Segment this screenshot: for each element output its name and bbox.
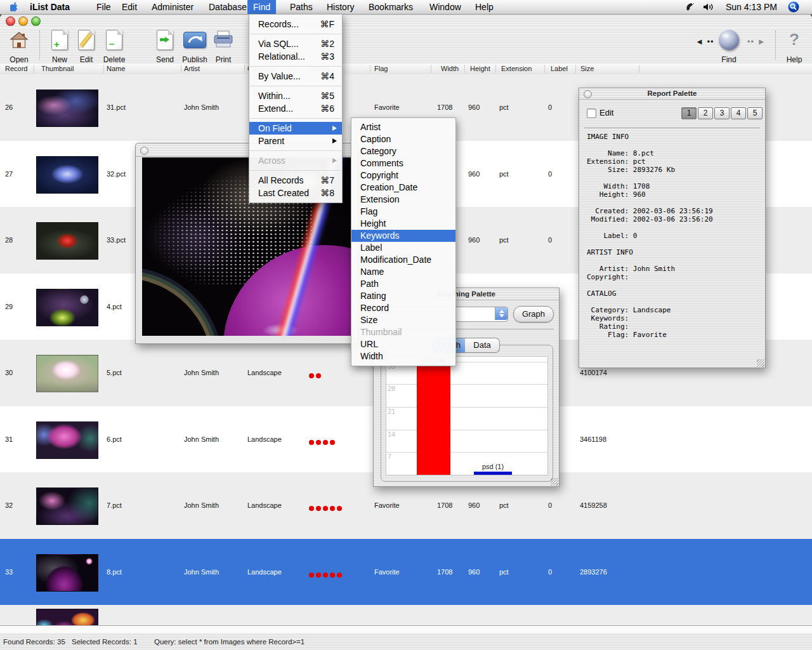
column-divider[interactable] bbox=[181, 65, 181, 73]
window-titlebar[interactable]: Database: Image Catalog 2.lst bbox=[0, 14, 812, 29]
send-button[interactable]: Send bbox=[154, 30, 176, 50]
menu-item-keywords[interactable]: Keywords bbox=[351, 230, 455, 242]
column-header-thumbnail[interactable]: Thumbnail bbox=[41, 65, 74, 72]
menubar-item-history[interactable]: History bbox=[321, 0, 360, 14]
minimize-button[interactable] bbox=[18, 17, 28, 26]
graph-button[interactable]: Graph bbox=[513, 306, 554, 322]
menubar-item-window[interactable]: Window bbox=[424, 0, 467, 14]
column-divider[interactable] bbox=[370, 65, 370, 73]
table-row-33[interactable]: 338.pctJohn SmithLandscapeFavorite170896… bbox=[0, 539, 812, 606]
column-divider[interactable] bbox=[639, 65, 639, 73]
report-page-button-5[interactable]: 5 bbox=[747, 107, 763, 119]
menu-item-name[interactable]: Name bbox=[351, 266, 455, 278]
delete-button[interactable]: – Delete bbox=[100, 30, 128, 50]
thumbnail-image[interactable] bbox=[36, 488, 98, 525]
menu-item-height[interactable]: Height bbox=[351, 218, 455, 230]
report-page-button-3[interactable]: 3 bbox=[714, 107, 730, 119]
menu-item-artist[interactable]: Artist bbox=[351, 121, 455, 133]
menubar-item-file[interactable]: File bbox=[91, 0, 117, 14]
menubar-item-paths[interactable]: Paths bbox=[284, 0, 318, 14]
column-header-height[interactable]: Height bbox=[470, 65, 490, 72]
preview-close-button[interactable] bbox=[140, 147, 148, 155]
column-header-extension[interactable]: Extension bbox=[501, 65, 532, 72]
menu-item-copyright[interactable]: Copyright bbox=[351, 169, 455, 182]
column-header-size[interactable]: Size bbox=[580, 65, 594, 72]
menubar-item-help[interactable]: Help bbox=[469, 0, 499, 14]
report-page-button-2[interactable]: 2 bbox=[698, 107, 713, 119]
close-button[interactable] bbox=[6, 17, 15, 26]
menu-item-relational-[interactable]: Relational...⌘3 bbox=[249, 50, 342, 63]
menu-item-path[interactable]: Path bbox=[351, 278, 455, 290]
new-button[interactable]: + New bbox=[48, 30, 71, 50]
column-header-name[interactable]: Name bbox=[107, 65, 125, 72]
table-row-34[interactable]: 34 bbox=[0, 605, 812, 625]
tab-data[interactable]: Data bbox=[465, 338, 500, 353]
column-divider[interactable] bbox=[544, 65, 545, 73]
menu-item-via-sql-[interactable]: Via SQL...⌘2 bbox=[249, 37, 342, 50]
column-header-artist[interactable]: Artist bbox=[184, 65, 200, 72]
find-forward-button[interactable]: •• ► bbox=[747, 37, 766, 46]
menu-item-modification-date[interactable]: Modification_Date bbox=[351, 254, 455, 266]
thumbnail-image[interactable] bbox=[36, 355, 98, 392]
column-header-flag[interactable]: Flag bbox=[374, 65, 388, 72]
column-divider[interactable] bbox=[464, 65, 465, 73]
help-button[interactable]: ? Help bbox=[783, 30, 806, 49]
open-button[interactable]: Open bbox=[5, 30, 33, 53]
dropdown-stepper-icon[interactable] bbox=[495, 307, 508, 320]
thumbnail-image[interactable] bbox=[36, 289, 98, 326]
menu-item-flag[interactable]: Flag bbox=[351, 206, 455, 218]
menu-item-last-created[interactable]: Last Created⌘8 bbox=[249, 187, 342, 199]
publish-button[interactable]: Publish bbox=[180, 30, 209, 48]
menu-item-parent[interactable]: Parent bbox=[249, 135, 342, 147]
thumbnail-image[interactable] bbox=[36, 421, 98, 459]
report-page-button-4[interactable]: 4 bbox=[731, 107, 746, 119]
thumbnail-image[interactable] bbox=[36, 156, 98, 194]
thumbnail-image[interactable] bbox=[36, 554, 98, 592]
menu-item-rating[interactable]: Rating bbox=[351, 290, 455, 302]
menu-bar-clock[interactable]: Sun 4:13 PM bbox=[726, 0, 777, 14]
menu-item-category[interactable]: Category bbox=[351, 145, 455, 157]
find-back-button[interactable]: ◄ •• bbox=[695, 37, 714, 46]
menu-item-record[interactable]: Record bbox=[351, 302, 455, 314]
column-header-width[interactable]: Width bbox=[441, 65, 459, 72]
column-divider[interactable] bbox=[431, 65, 431, 73]
column-divider[interactable] bbox=[34, 65, 34, 73]
search-icon[interactable] bbox=[788, 1, 799, 15]
menu-item-creation-date[interactable]: Creation_Date bbox=[351, 182, 455, 194]
menubar-item-ilist-data[interactable]: iList Data bbox=[24, 0, 75, 14]
menu-item-within-[interactable]: Within...⌘5 bbox=[249, 90, 342, 102]
menu-item-records-[interactable]: Records...⌘F bbox=[249, 18, 342, 30]
edit-button[interactable]: Edit bbox=[75, 30, 98, 50]
menubar-item-administer[interactable]: Administer bbox=[146, 0, 199, 14]
menu-item-label[interactable]: Label bbox=[351, 242, 455, 254]
menu-item-caption[interactable]: Caption bbox=[351, 133, 455, 145]
thumbnail-image[interactable] bbox=[36, 90, 98, 127]
apple-icon[interactable] bbox=[10, 2, 20, 15]
report-page-button-1[interactable]: 1 bbox=[681, 107, 697, 119]
column-divider[interactable] bbox=[244, 65, 245, 73]
phone-icon[interactable] bbox=[685, 2, 695, 15]
menu-item-width[interactable]: Width bbox=[351, 350, 455, 362]
menu-item-by-value-[interactable]: By Value...⌘4 bbox=[249, 70, 342, 83]
menu-item-size[interactable]: Size bbox=[351, 314, 455, 326]
menu-item-on-field[interactable]: On Field bbox=[249, 122, 342, 135]
column-header-label[interactable]: Label bbox=[551, 65, 568, 72]
column-header-record[interactable]: Record bbox=[5, 65, 27, 72]
menu-item-url[interactable]: URL bbox=[351, 338, 455, 350]
column-divider[interactable] bbox=[495, 65, 496, 73]
menu-item-extension[interactable]: Extension bbox=[351, 194, 455, 206]
menubar-item-database[interactable]: Database bbox=[203, 0, 252, 14]
volume-icon[interactable] bbox=[703, 2, 714, 15]
menubar-item-find[interactable]: Find bbox=[247, 0, 276, 14]
column-divider[interactable] bbox=[575, 65, 576, 73]
column-divider[interactable] bbox=[103, 65, 104, 73]
resize-grip[interactable] bbox=[551, 478, 558, 486]
table-header-row[interactable]: RecordThumbnailNameArtistCategoryRatingF… bbox=[0, 63, 812, 75]
find-button[interactable]: Find bbox=[718, 30, 740, 50]
menu-item-extend-[interactable]: Extend...⌘6 bbox=[249, 102, 342, 115]
report-palette-titlebar[interactable]: Report Palette bbox=[579, 88, 765, 100]
menu-item-all-records[interactable]: All Records⌘7 bbox=[249, 174, 342, 187]
resize-grip[interactable] bbox=[757, 359, 764, 367]
menubar-item-edit[interactable]: Edit bbox=[116, 0, 143, 14]
print-button[interactable]: Print bbox=[211, 30, 236, 51]
